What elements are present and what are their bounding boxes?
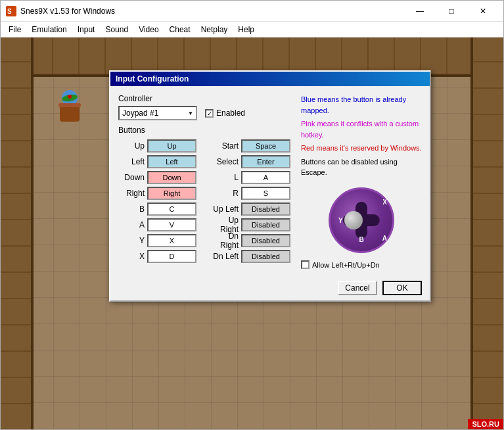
btn-input-r[interactable]: S [241, 187, 290, 200]
controller-select[interactable]: Joypad #1 ▼ [118, 106, 197, 120]
buttons-section-label: Buttons [118, 126, 290, 135]
joystick-ball [344, 211, 363, 229]
btn-label-left: Left [118, 157, 145, 166]
minimize-button[interactable]: — [405, 1, 435, 21]
buttons-section: Buttons Up Up [118, 126, 290, 264]
btn-label-upleft: Up Left [212, 204, 239, 214]
hint-pink-text: Pink means it conflicts with a custom ho… [301, 118, 422, 140]
btn-input-dnleft[interactable]: Disabled [241, 250, 290, 263]
dialog-overlay: Input Configuration Controller Joypa [1, 37, 503, 429]
button-row-start: Start Space [212, 139, 290, 153]
hint-blue-text: Blue means the button is already mapped. [301, 94, 422, 116]
cancel-button[interactable]: Cancel [338, 281, 377, 295]
dialog-title-bar: Input Configuration [110, 72, 430, 86]
game-area: 000 00 00 — LIFE — ♥ ♥ ♥ [1, 37, 503, 429]
buttons-left-col: Up Up Left Left [118, 139, 196, 264]
button-row-upright: Up Right Disabled [212, 218, 290, 232]
btn-input-select[interactable]: Enter [241, 155, 290, 168]
close-button[interactable]: ✕ [468, 1, 498, 21]
menu-file[interactable]: File [3, 22, 26, 37]
enabled-checkbox[interactable]: ✓ [205, 109, 214, 118]
button-row-right: Right Right [118, 186, 196, 201]
menu-bar: File Emulation Input Sound Video Cheat N… [1, 22, 503, 37]
app-icon: S [6, 6, 16, 16]
button-row-upleft: Up Left Disabled [212, 202, 290, 216]
window-controls: — □ ✕ [405, 1, 498, 21]
dialog-title-text: Input Configuration [116, 74, 189, 84]
btn-label-start: Start [212, 141, 239, 151]
allow-label: Allow Left+Rt/Up+Dn [312, 260, 380, 271]
menu-video[interactable]: Video [133, 22, 164, 37]
btn-input-dnright[interactable]: Disabled [241, 234, 290, 247]
main-window: S Snes9X v1.53 for Windows — □ ✕ File Em… [0, 0, 504, 430]
allow-checkbox[interactable] [301, 260, 309, 269]
menu-netplay[interactable]: Netplay [196, 22, 233, 37]
joystick-visual: Y X A B [329, 187, 394, 253]
btn-label-b: B [118, 204, 145, 214]
btn-label-dnright: Dn Right [212, 231, 239, 250]
btn-input-upright[interactable]: Disabled [241, 218, 290, 231]
btn-input-start[interactable]: Space [241, 139, 290, 153]
joystick-x-label: X [382, 197, 387, 207]
menu-cheat[interactable]: Cheat [164, 22, 196, 37]
checkbox-check-icon: ✓ [207, 110, 212, 117]
controller-section: Controller Joypad #1 ▼ ✓ [118, 94, 290, 120]
hint-red-text: Red means it's reserved by Windows. [301, 143, 422, 154]
joystick-container: Y X A B [301, 185, 422, 256]
button-row-x: X D [118, 249, 196, 264]
button-row-a: A V [118, 218, 196, 232]
joystick-a-label: A [382, 233, 387, 243]
btn-input-down[interactable]: Down [147, 171, 196, 184]
btn-input-a[interactable]: V [147, 218, 196, 231]
button-row-r: R S [212, 186, 290, 201]
btn-label-y: Y [118, 236, 145, 245]
btn-input-up[interactable]: Up [147, 139, 196, 153]
maximize-button[interactable]: □ [436, 1, 467, 21]
title-bar: S Snes9X v1.53 for Windows — □ ✕ [1, 1, 503, 22]
dialog-section: Controller Joypad #1 ▼ ✓ [118, 94, 422, 270]
enabled-label: Enabled [216, 108, 245, 118]
btn-label-l: L [212, 173, 239, 182]
dialog-left-panel: Controller Joypad #1 ▼ ✓ [118, 94, 290, 270]
button-row-b: B C [118, 202, 196, 216]
btn-input-b[interactable]: C [147, 203, 196, 216]
joystick-b-label: B [359, 235, 363, 245]
menu-input[interactable]: Input [72, 22, 101, 37]
button-row-select: Select Enter [212, 155, 290, 169]
btn-label-down: Down [118, 173, 145, 182]
btn-label-up: Up [118, 141, 145, 151]
button-row-dnright: Dn Right Disabled [212, 233, 290, 248]
menu-help[interactable]: Help [233, 22, 260, 37]
game-scene: 000 00 00 — LIFE — ♥ ♥ ♥ [1, 37, 503, 429]
button-row-up: Up Up [118, 139, 196, 153]
window-title: Snes9X v1.53 for Windows [20, 7, 405, 16]
btn-label-select: Select [212, 157, 239, 166]
enabled-checkbox-label: ✓ Enabled [205, 108, 245, 118]
button-row-y: Y X [118, 233, 196, 248]
dialog-body: Controller Joypad #1 ▼ ✓ [110, 86, 430, 278]
hint-escape-text: Buttons can be disabled using Escape. [301, 156, 422, 178]
btn-label-dnleft: Dn Left [212, 252, 239, 261]
joystick-y-label: Y [338, 215, 343, 225]
buttons-grid: Up Up Left Left [118, 139, 290, 264]
btn-input-right[interactable]: Right [147, 187, 196, 200]
menu-emulation[interactable]: Emulation [26, 22, 72, 37]
button-row-left: Left Left [118, 155, 196, 169]
btn-input-l[interactable]: A [241, 171, 290, 184]
btn-label-x: X [118, 252, 145, 261]
btn-label-r: R [212, 189, 239, 198]
btn-input-x[interactable]: D [147, 250, 196, 263]
menu-sound[interactable]: Sound [100, 22, 133, 37]
button-row-l: L A [212, 170, 290, 185]
select-arrow-icon: ▼ [188, 110, 193, 116]
btn-label-right: Right [118, 189, 145, 198]
btn-input-left[interactable]: Left [147, 155, 196, 168]
btn-input-upleft[interactable]: Disabled [241, 203, 290, 216]
controller-label: Controller [118, 94, 290, 103]
ok-button[interactable]: OK [382, 281, 422, 295]
dialog-bottom: Cancel OK [110, 278, 430, 300]
buttons-right-col: Start Space Select Enter [212, 139, 290, 264]
controller-value: Joypad #1 [122, 108, 158, 118]
allow-checkbox-row: Allow Left+Rt/Up+Dn [301, 260, 422, 271]
btn-input-y[interactable]: X [147, 234, 196, 247]
